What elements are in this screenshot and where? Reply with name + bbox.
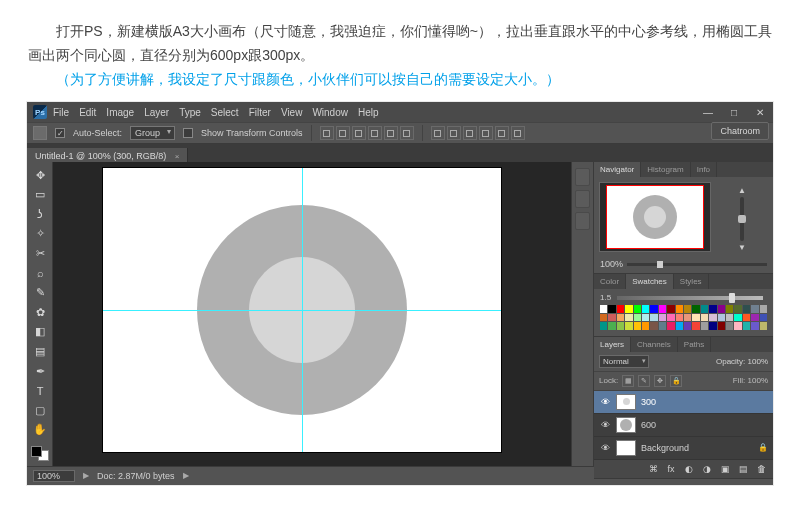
lock-transparent-icon[interactable]: ▦ [622, 375, 634, 387]
visibility-eye-icon[interactable]: 👁 [599, 419, 611, 431]
swatch-color[interactable] [751, 322, 758, 329]
menu-layer[interactable]: Layer [144, 107, 169, 118]
swatch-color[interactable] [625, 314, 632, 321]
tab-color[interactable]: Color [594, 274, 626, 289]
lock-all-icon[interactable]: 🔒 [670, 375, 682, 387]
swatch-color[interactable] [701, 305, 708, 312]
align-left[interactable] [320, 126, 334, 140]
swatch-color[interactable] [726, 322, 733, 329]
group-icon[interactable]: ▣ [719, 463, 731, 475]
swatch-color[interactable] [600, 314, 607, 321]
collapsed-panel-icon[interactable] [575, 212, 590, 230]
dist-2[interactable] [447, 126, 461, 140]
swatch-color[interactable] [743, 305, 750, 312]
triangle-up-icon[interactable]: ▲ [738, 186, 746, 195]
canvas[interactable] [103, 168, 501, 452]
visibility-eye-icon[interactable]: 👁 [599, 442, 611, 454]
layer-thumbnail[interactable] [616, 440, 636, 456]
menu-select[interactable]: Select [211, 107, 239, 118]
swatch-color[interactable] [659, 314, 666, 321]
navigator-thumbnail[interactable] [599, 182, 711, 252]
blendmode-dropdown[interactable]: Normal [599, 355, 649, 368]
marquee-tool-icon[interactable]: ▭ [30, 186, 50, 204]
autoselect-dropdown[interactable]: Group [130, 126, 175, 140]
layer-name[interactable]: Background [641, 443, 689, 453]
layer-name[interactable]: 300 [641, 397, 656, 407]
layer-thumbnail[interactable] [616, 394, 636, 410]
swatch-color[interactable] [667, 322, 674, 329]
tab-channels[interactable]: Channels [631, 337, 678, 352]
dist-5[interactable] [495, 126, 509, 140]
swatch-color[interactable] [625, 322, 632, 329]
tab-paths[interactable]: Paths [678, 337, 711, 352]
swatch-color[interactable] [617, 314, 624, 321]
swatch-color[interactable] [734, 322, 741, 329]
swatch-color[interactable] [676, 322, 683, 329]
swatch-color[interactable] [642, 322, 649, 329]
swatch-color[interactable] [718, 314, 725, 321]
zoom-input[interactable]: 100% [33, 470, 75, 482]
layer-row[interactable]: 👁 300 [594, 391, 773, 414]
swatch-color[interactable] [751, 314, 758, 321]
canvas-viewport[interactable] [53, 162, 571, 466]
chatroom-button[interactable]: Chatroom [711, 122, 769, 140]
collapsed-panel-icon[interactable] [575, 190, 590, 208]
lock-pixels-icon[interactable]: ✎ [638, 375, 650, 387]
foreground-background-colors[interactable] [30, 445, 50, 463]
opacity-value[interactable]: 100% [748, 357, 768, 366]
swatch-color[interactable] [659, 322, 666, 329]
swatch-color[interactable] [608, 314, 615, 321]
triangle-right-icon[interactable]: ▶ [83, 471, 89, 480]
swatch-color[interactable] [684, 314, 691, 321]
tab-swatches[interactable]: Swatches [626, 274, 674, 289]
hand-tool-icon[interactable]: ✋ [30, 421, 50, 439]
eyedropper-tool-icon[interactable]: ⌕ [30, 264, 50, 282]
dist-4[interactable] [479, 126, 493, 140]
swatch-color[interactable] [751, 305, 758, 312]
stamp-tool-icon[interactable]: ✿ [30, 304, 50, 322]
swatch-color[interactable] [659, 305, 666, 312]
menu-file[interactable]: File [53, 107, 69, 118]
link-layers-icon[interactable]: ⌘ [647, 463, 659, 475]
triangle-down-icon[interactable]: ▼ [738, 243, 746, 252]
swatch-color[interactable] [625, 305, 632, 312]
swatch-color[interactable] [600, 305, 607, 312]
swatch-color[interactable] [608, 322, 615, 329]
brush-tool-icon[interactable]: ✎ [30, 284, 50, 302]
fill-value[interactable]: 100% [748, 376, 768, 385]
tab-navigator[interactable]: Navigator [594, 162, 641, 177]
menu-window[interactable]: Window [312, 107, 348, 118]
document-tab-close-icon[interactable]: × [175, 152, 180, 161]
dist-1[interactable] [431, 126, 445, 140]
dist-6[interactable] [511, 126, 525, 140]
window-maximize[interactable]: □ [721, 103, 747, 121]
swatch-color[interactable] [709, 305, 716, 312]
window-close[interactable]: ✕ [747, 103, 773, 121]
swatch-color[interactable] [650, 322, 657, 329]
swatch-color[interactable] [617, 305, 624, 312]
swatch-color[interactable] [650, 314, 657, 321]
lock-position-icon[interactable]: ✥ [654, 375, 666, 387]
swatch-color[interactable] [634, 305, 641, 312]
swatch-color[interactable] [709, 314, 716, 321]
align-center-h[interactable] [336, 126, 350, 140]
crop-tool-icon[interactable]: ✂ [30, 245, 50, 263]
menu-filter[interactable]: Filter [249, 107, 271, 118]
swatch-color[interactable] [684, 322, 691, 329]
swatch-color[interactable] [718, 305, 725, 312]
align-center-v[interactable] [384, 126, 398, 140]
swatch-color[interactable] [701, 322, 708, 329]
swatch-color[interactable] [634, 314, 641, 321]
autoselect-checkbox[interactable]: ✓ [55, 128, 65, 138]
document-tab[interactable]: Untitled-1 @ 100% (300, RGB/8) × [27, 148, 188, 163]
menu-image[interactable]: Image [106, 107, 134, 118]
layer-thumbnail[interactable] [616, 417, 636, 433]
mask-icon[interactable]: ◐ [683, 463, 695, 475]
swatch-color[interactable] [734, 314, 741, 321]
transform-checkbox[interactable] [183, 128, 193, 138]
move-tool-icon[interactable]: ✥ [30, 166, 50, 184]
fx-icon[interactable]: fx [665, 463, 677, 475]
navigator-zoom-slider[interactable]: ▲ ▼ [716, 182, 768, 252]
swatch-color[interactable] [760, 305, 767, 312]
swatch-color[interactable] [701, 314, 708, 321]
